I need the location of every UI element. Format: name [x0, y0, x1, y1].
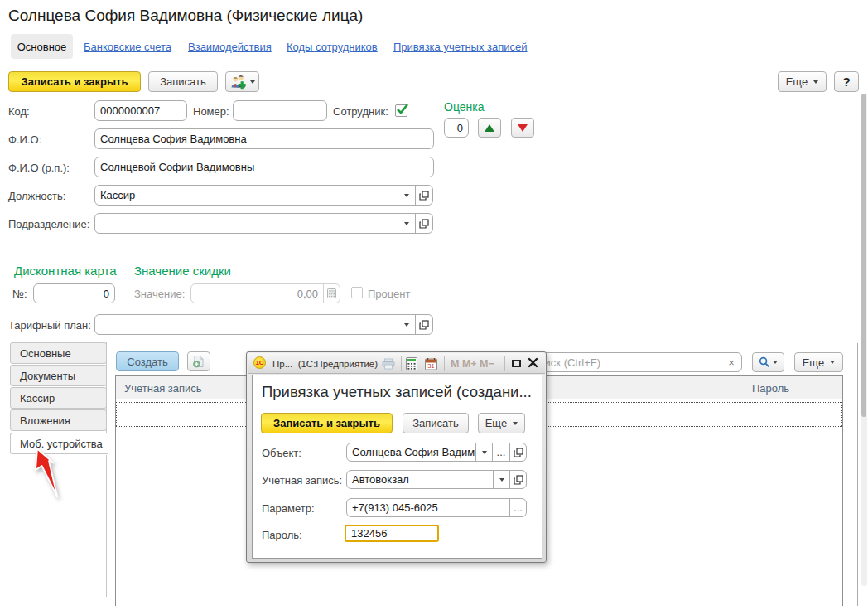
svg-text:31: 31	[427, 362, 434, 370]
